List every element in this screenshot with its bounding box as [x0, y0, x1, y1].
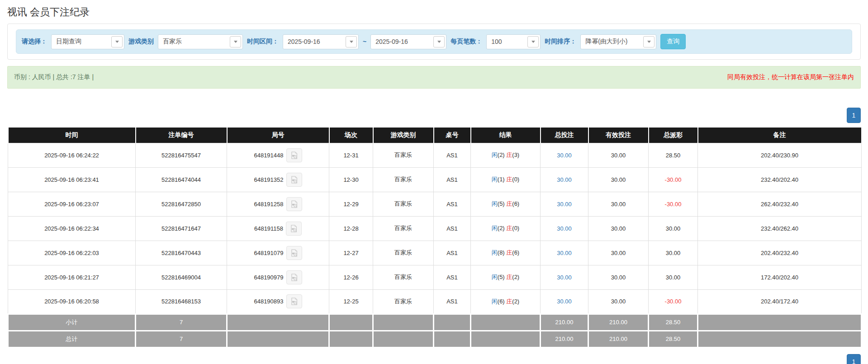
time-range-label: 时间区间： [247, 38, 279, 46]
cell-game-type: 百家乐 [373, 167, 434, 192]
total-bet-link[interactable]: 30.00 [557, 201, 572, 208]
summary-label: 总计 [8, 331, 136, 347]
total-bet-link[interactable]: 30.00 [557, 250, 572, 256]
total-bet-link[interactable]: 30.00 [557, 225, 572, 232]
cell-game-type: 百家乐 [373, 192, 434, 216]
summary-valid-bet: 210.00 [588, 314, 649, 331]
table-footer: 小计 7 210.00 210.00 28.50 总计 7 210.00 210… [8, 314, 862, 347]
chevron-down-icon[interactable] [111, 36, 123, 47]
cell-session: 12-28 [329, 216, 373, 241]
chevron-down-icon[interactable] [643, 36, 655, 47]
chevron-down-icon[interactable] [433, 36, 445, 47]
round-id-value: 648191352 [254, 176, 283, 183]
video-file-icon[interactable] [286, 270, 302, 284]
total-bet-link[interactable]: 30.00 [557, 274, 572, 281]
cell-bet-id: 522816468153 [136, 289, 227, 314]
column-header-round-id: 局号 [227, 128, 329, 143]
video-file-icon[interactable] [286, 246, 302, 260]
cell-round-id: 648191079 [227, 241, 329, 265]
cell-remark: 232.40/202.40 [698, 167, 862, 192]
cell-valid-bet: 30.00 [588, 216, 649, 241]
result-banker-label: 庄 [506, 298, 512, 305]
cell-remark: 202.40/230.90 [698, 143, 862, 167]
video-file-icon[interactable] [286, 294, 302, 308]
cell-valid-bet: 30.00 [588, 241, 649, 265]
page-button-1[interactable]: 1 [847, 108, 861, 123]
result-banker-count: (0) [512, 176, 519, 183]
cell-table-no: AS1 [434, 192, 471, 216]
video-file-icon[interactable] [286, 148, 302, 162]
page-button-1[interactable]: 1 [847, 354, 861, 364]
cell-session: 12-31 [329, 143, 373, 167]
total-bet-link[interactable]: 30.00 [557, 298, 572, 305]
column-header-valid-bet: 有效投注 [588, 128, 649, 143]
query-type-select[interactable]: 日期查询 [51, 34, 124, 49]
column-header-bet-id: 注单编号 [136, 128, 227, 143]
result-banker-count: (6) [512, 249, 519, 256]
result-player-count: (1) [498, 176, 505, 183]
result-player-label: 闲 [492, 298, 498, 305]
column-header-remark: 备注 [698, 128, 862, 143]
page-size-select[interactable]: 100 [486, 34, 541, 49]
summary-total-bet: 210.00 [541, 314, 588, 331]
cell-total-bet: 30.00 [541, 192, 588, 216]
result-player-count: (6) [498, 298, 505, 305]
game-type-select[interactable]: 百家乐 [158, 34, 243, 49]
page-size-label: 每页笔数： [451, 38, 482, 46]
cell-round-id: 648190979 [227, 265, 329, 289]
column-header-total-bet: 总投注 [541, 128, 588, 143]
table-row: 2025-09-16 06:23:07 522816472850 6481912… [8, 192, 862, 216]
total-bet-link[interactable]: 30.00 [557, 152, 572, 159]
cell-game-type: 百家乐 [373, 143, 434, 167]
cell-time: 2025-09-16 06:23:41 [8, 167, 136, 192]
search-button[interactable]: 查询 [660, 34, 686, 49]
total-bet-link[interactable]: 30.00 [557, 176, 572, 183]
page-size-value: 100 [487, 38, 526, 45]
result-player-label: 闲 [492, 200, 498, 207]
table-row: 2025-09-16 06:22:03 522816470443 6481910… [8, 241, 862, 265]
sort-select[interactable]: 降幂(由大到小) [580, 34, 656, 49]
summary-row: 总计 7 210.00 210.00 28.50 [8, 331, 862, 347]
column-header-time: 时间 [8, 128, 136, 143]
summary-label: 小计 [8, 314, 136, 331]
cell-table-no: AS1 [434, 289, 471, 314]
column-header-game-type: 游戏类别 [373, 128, 434, 143]
table-body: 2025-09-16 06:24:22 522816475547 6481914… [8, 143, 862, 314]
chevron-down-icon[interactable] [527, 36, 539, 47]
cell-payout: 30.00 [649, 265, 698, 289]
result-banker-label: 庄 [506, 200, 512, 207]
cell-valid-bet: 30.00 [588, 167, 649, 192]
cell-total-bet: 30.00 [541, 216, 588, 241]
cell-bet-id: 522816475547 [136, 143, 227, 167]
result-banker-label: 庄 [506, 274, 512, 280]
filter-panel: 请选择： 日期查询 游戏类别 百家乐 时间区间： 2025-09-16 ~ 20… [7, 24, 861, 60]
cell-round-id: 648190893 [227, 289, 329, 314]
video-file-icon[interactable] [286, 222, 302, 236]
chevron-down-icon[interactable] [230, 36, 241, 47]
cell-game-type: 百家乐 [373, 241, 434, 265]
column-header-payout: 总派彩 [649, 128, 698, 143]
cell-total-bet: 30.00 [541, 241, 588, 265]
cell-total-bet: 30.00 [541, 143, 588, 167]
cell-bet-id: 522816469004 [136, 265, 227, 289]
cell-time: 2025-09-16 06:23:07 [8, 192, 136, 216]
sort-value: 降幂(由大到小) [581, 38, 642, 46]
date-to-input[interactable]: 2025-09-16 [370, 34, 446, 49]
chevron-down-icon[interactable] [346, 36, 357, 47]
select-label: 请选择： [22, 38, 47, 46]
date-from-input[interactable]: 2025-09-16 [283, 34, 359, 49]
cell-remark: 232.40/262.40 [698, 216, 862, 241]
result-banker-label: 庄 [506, 249, 512, 256]
cell-result: 闲(5) 庄(2) [471, 265, 541, 289]
cell-session: 12-26 [329, 265, 373, 289]
result-banker-label: 庄 [506, 176, 512, 183]
cell-table-no: AS1 [434, 241, 471, 265]
video-file-icon[interactable] [286, 173, 302, 187]
summary-valid-bet: 210.00 [588, 331, 649, 347]
cell-result: 闲(6) 庄(2) [471, 289, 541, 314]
result-banker-label: 庄 [506, 151, 512, 158]
cell-time: 2025-09-16 06:21:27 [8, 265, 136, 289]
video-file-icon[interactable] [286, 197, 302, 211]
game-type-label: 游戏类别 [128, 38, 154, 46]
cell-result: 闲(1) 庄(0) [471, 167, 541, 192]
